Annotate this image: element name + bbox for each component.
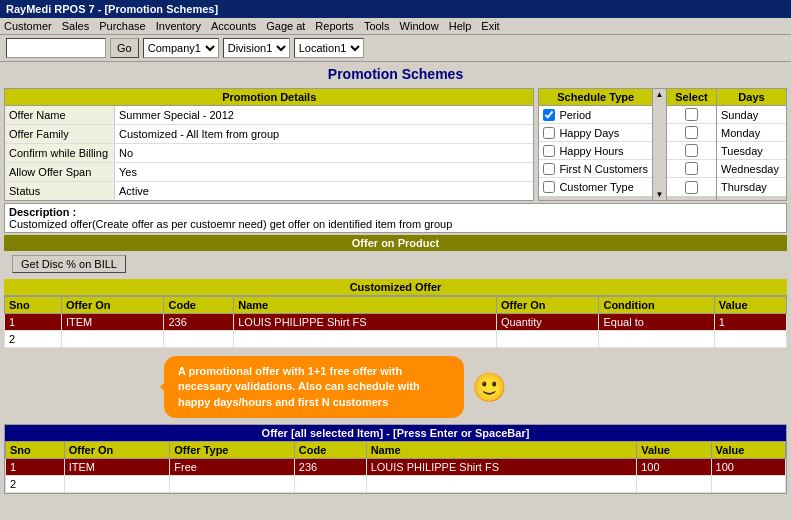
bot-col-value2: Value	[711, 442, 785, 459]
customized-offer-section: Customized Offer Sno Offer On Code Name …	[4, 279, 787, 348]
label-offer-name: Offer Name	[5, 106, 115, 124]
table-row[interactable]: 2	[5, 331, 787, 348]
company-select[interactable]: Company1	[143, 38, 219, 58]
description-section: Description : Customized offer(Create of…	[4, 203, 787, 233]
sched-check-2[interactable]	[543, 145, 555, 157]
days-col-header: Days	[717, 89, 786, 106]
scroll-up-arrow[interactable]: ▲	[656, 90, 664, 99]
menu-help[interactable]: Help	[449, 20, 472, 32]
field-confirm-billing: Confirm while Billing No	[5, 144, 533, 163]
bot-row2-sno: 2	[6, 476, 65, 493]
sel-check-4[interactable]	[685, 181, 698, 194]
sched-row-3: First N Customers	[539, 160, 652, 178]
menu-purchase[interactable]: Purchase	[99, 20, 145, 32]
sched-row-1: Happy Days	[539, 124, 652, 142]
row2-offer-on	[61, 331, 164, 348]
label-confirm-billing: Confirm while Billing	[5, 144, 115, 162]
days-col: Days Sunday Monday Tuesday Wednesday Thu…	[716, 89, 786, 200]
label-status: Status	[5, 182, 115, 200]
row1-offer-on2: Quantity	[496, 314, 599, 331]
menu-accounts[interactable]: Accounts	[211, 20, 256, 32]
bot-row1-offer-type: Free	[170, 459, 294, 476]
toolbar-search-input[interactable]	[6, 38, 106, 58]
row2-offer-on2	[496, 331, 599, 348]
value-offer-name: Summer Special - 2012	[115, 106, 533, 124]
row1-name: LOUIS PHILIPPE Shirt FS	[234, 314, 497, 331]
bot-col-offer-type: Offer Type	[170, 442, 294, 459]
bot-row1-value1: 100	[637, 459, 711, 476]
location-select[interactable]: Location1	[294, 38, 364, 58]
sel-check-3[interactable]	[685, 162, 698, 175]
sched-check-3[interactable]	[543, 163, 555, 175]
menu-window[interactable]: Window	[400, 20, 439, 32]
sched-row-0: Period	[539, 106, 652, 124]
bot-col-name: Name	[366, 442, 637, 459]
row1-offer-on: ITEM	[61, 314, 164, 331]
sched-label-1: Happy Days	[559, 127, 619, 139]
label-allow-offer-span: Allow Offer Span	[5, 163, 115, 181]
description-label: Description :	[9, 206, 76, 218]
offer-product-btn-row: Get Disc % on BILL	[4, 251, 787, 277]
menu-reports[interactable]: Reports	[315, 20, 354, 32]
menu-gageat[interactable]: Gage at	[266, 20, 305, 32]
offer-all-items-header: Offer [all selected Item] - [Press Enter…	[5, 425, 786, 441]
customized-offer-header: Customized Offer	[4, 279, 787, 296]
sel-check-2[interactable]	[685, 144, 698, 157]
value-offer-family: Customized - All Item from group	[115, 125, 533, 143]
page-title: Promotion Schemes	[0, 62, 791, 86]
sched-label-4: Customer Type	[559, 181, 633, 193]
row2-sno: 2	[5, 331, 62, 348]
field-offer-name: Offer Name Summer Special - 2012	[5, 106, 533, 125]
menu-inventory[interactable]: Inventory	[156, 20, 201, 32]
scroll-down-arrow[interactable]: ▼	[656, 190, 664, 199]
main-content: Promotion Details Offer Name Summer Spec…	[0, 86, 791, 496]
field-status: Status Active	[5, 182, 533, 200]
table-row[interactable]: 2	[6, 476, 786, 493]
title-bar-text: RayMedi RPOS 7 - [Promotion Schemes]	[6, 3, 218, 15]
col-code: Code	[164, 297, 234, 314]
sched-check-1[interactable]	[543, 127, 555, 139]
bot-col-sno: Sno	[6, 442, 65, 459]
bot-row1-sno: 1	[6, 459, 65, 476]
top-section: Promotion Details Offer Name Summer Spec…	[4, 88, 787, 201]
field-offer-family: Offer Family Customized - All Item from …	[5, 125, 533, 144]
table-row[interactable]: 1 ITEM 236 LOUIS PHILIPPE Shirt FS Quant…	[5, 314, 787, 331]
day-2: Tuesday	[721, 145, 763, 157]
bot-row1-offer-on: ITEM	[64, 459, 170, 476]
menu-bar: Customer Sales Purchase Inventory Accoun…	[0, 18, 791, 35]
division-select[interactable]: Division1	[223, 38, 290, 58]
schedule-wrapper: Schedule Type Period Happy Days Happy Ho…	[538, 88, 787, 201]
offer-product-header: Offer on Product	[352, 237, 439, 249]
row2-condition	[599, 331, 714, 348]
promo-details-header: Promotion Details	[5, 89, 533, 106]
row1-condition: Equal to	[599, 314, 714, 331]
day-0: Sunday	[721, 109, 758, 121]
get-disc-button[interactable]: Get Disc % on BILL	[12, 255, 126, 273]
bot-row1-name: LOUIS PHILIPPE Shirt FS	[366, 459, 637, 476]
sel-check-0[interactable]	[685, 108, 698, 121]
table-row[interactable]: 1 ITEM Free 236 LOUIS PHILIPPE Shirt FS …	[6, 459, 786, 476]
col-offer-on2: Offer On	[496, 297, 599, 314]
col-value: Value	[714, 297, 786, 314]
day-1: Monday	[721, 127, 760, 139]
menu-customer[interactable]: Customer	[4, 20, 52, 32]
value-confirm-billing: No	[115, 144, 533, 162]
row1-sno: 1	[5, 314, 62, 331]
day-4: Thursday	[721, 181, 767, 193]
description-text: Customized offer(Create offer as per cus…	[9, 218, 452, 230]
col-name: Name	[234, 297, 497, 314]
sched-check-0[interactable]	[543, 109, 555, 121]
field-allow-offer-span: Allow Offer Span Yes	[5, 163, 533, 182]
menu-sales[interactable]: Sales	[62, 20, 90, 32]
sched-label-3: First N Customers	[559, 163, 648, 175]
menu-exit[interactable]: Exit	[481, 20, 499, 32]
bot-row1-code: 236	[294, 459, 366, 476]
menu-tools[interactable]: Tools	[364, 20, 390, 32]
toolbar: Go Company1 Division1 Location1	[0, 35, 791, 62]
sched-check-4[interactable]	[543, 181, 555, 193]
sel-check-1[interactable]	[685, 126, 698, 139]
title-bar: RayMedi RPOS 7 - [Promotion Schemes]	[0, 0, 791, 18]
col-condition: Condition	[599, 297, 714, 314]
sched-row-2: Happy Hours	[539, 142, 652, 160]
go-button[interactable]: Go	[110, 38, 139, 58]
